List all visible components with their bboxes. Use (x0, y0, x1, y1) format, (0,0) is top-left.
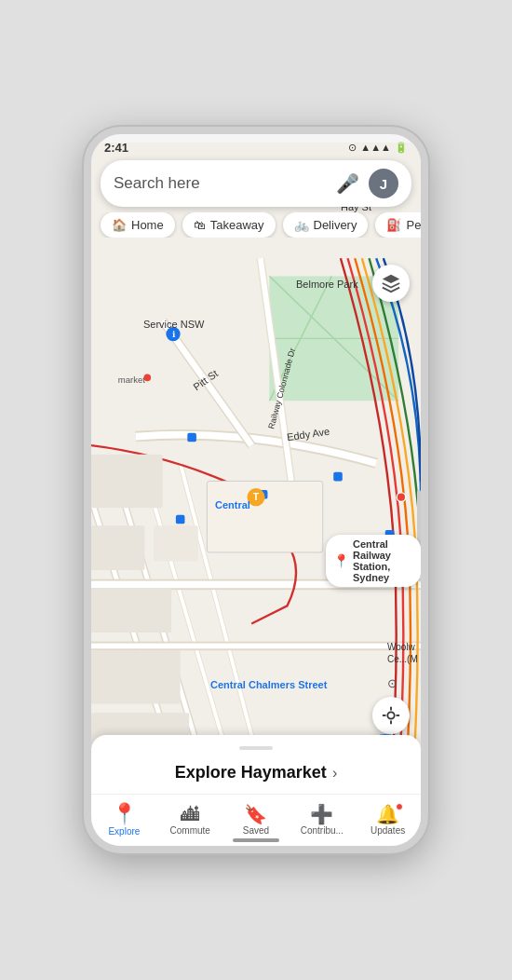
svg-rect-10 (91, 525, 144, 570)
explore-title: Explore Haymarket (175, 763, 327, 783)
svg-text:market: market (118, 374, 146, 385)
search-placeholder[interactable]: Search here (114, 174, 336, 193)
contribute-nav-label: Contribu... (301, 825, 344, 836)
user-avatar[interactable]: J (369, 169, 398, 198)
commute-nav-icon: 🏙 (181, 805, 199, 823)
side-scroll (417, 490, 421, 546)
status-time: 2:41 (104, 141, 128, 155)
takeaway-chip-icon: 🛍 (194, 218, 206, 232)
nav-item-explore[interactable]: 📍 Explore (91, 800, 157, 840)
svg-rect-11 (154, 525, 198, 561)
updates-badge (396, 803, 403, 810)
location-icon (381, 705, 401, 726)
map-label-woolw: Woolw (387, 642, 415, 652)
svg-rect-17 (187, 433, 196, 442)
chip-takeaway-label: Takeaway (210, 218, 264, 232)
microphone-icon[interactable]: 🎤 (336, 172, 359, 195)
map-label-central-m: Ce...(M (387, 654, 418, 664)
updates-nav-label: Updates (371, 825, 405, 836)
bottom-sheet[interactable]: Explore Haymarket › (91, 735, 421, 794)
svg-point-22 (397, 493, 406, 502)
svg-rect-9 (91, 455, 163, 508)
nav-item-updates[interactable]: 🔔 Updates (355, 801, 421, 839)
svg-rect-8 (91, 644, 421, 649)
svg-text:T: T (253, 491, 260, 502)
nav-item-contribute[interactable]: ➕ Contribu... (289, 801, 355, 839)
svg-rect-20 (176, 515, 185, 524)
filter-chips: 🏠 Home 🛍 Takeaway 🚲 Delivery ⛽ Pe (91, 212, 421, 238)
saved-nav-icon: 🔖 (244, 805, 267, 823)
explore-nav-label: Explore (108, 826, 140, 837)
phone-frame: 2:41 ⊙ ▲▲▲ 🔋 (84, 127, 428, 853)
status-bar: 2:41 ⊙ ▲▲▲ 🔋 (91, 134, 421, 160)
map-label-belmore-park: Belmore Park (296, 279, 358, 290)
chalmers-dot: ⊙ (387, 676, 397, 690)
sheet-handle (239, 746, 273, 750)
chip-takeaway[interactable]: 🛍 Takeaway (182, 212, 276, 238)
map-label-central: Central (215, 499, 250, 510)
map-label-chalmers: Central Chalmers Street (210, 679, 327, 690)
map-area[interactable]: T ℹ market Belmore Park Service NSW Pitt… (91, 134, 421, 846)
svg-rect-18 (333, 472, 343, 482)
explore-nav-icon: 📍 (112, 804, 137, 824)
signal-icon: ▲▲▲ (360, 142, 391, 153)
wifi-icon: 🔋 (395, 142, 408, 154)
chip-home[interactable]: 🏠 Home (101, 212, 175, 238)
updates-nav-icon: 🔔 (376, 805, 399, 823)
central-railway-pin[interactable]: 📍 Central Railway Station, Sydney (326, 535, 421, 587)
map-label-service-nsw: Service NSW (143, 319, 204, 330)
chip-delivery-label: Delivery (314, 218, 357, 232)
pin-icon: 📍 (333, 553, 349, 568)
layers-icon (381, 273, 401, 293)
home-chip-icon: 🏠 (112, 218, 127, 232)
svg-point-28 (143, 374, 151, 382)
chip-home-label: Home (131, 218, 164, 232)
delivery-chip-icon: 🚲 (294, 218, 309, 232)
chip-delivery[interactable]: 🚲 Delivery (283, 212, 369, 238)
my-location-button[interactable] (372, 697, 410, 734)
pin-label-line2: Station, Sydney (353, 561, 413, 583)
svg-rect-12 (91, 588, 171, 633)
nav-item-saved[interactable]: 🔖 Saved (223, 801, 290, 839)
chip-petrol[interactable]: ⛽ Pe (375, 212, 421, 238)
commute-nav-label: Commute (170, 825, 210, 836)
contribute-nav-icon: ➕ (310, 805, 333, 823)
saved-nav-label: Saved (243, 825, 269, 836)
search-bar[interactable]: Search here 🎤 J (101, 160, 411, 207)
svg-point-29 (387, 712, 394, 718)
petrol-chip-icon: ⛽ (386, 218, 401, 232)
circle-status-icon: ⊙ (348, 142, 357, 154)
pin-label-line1: Central Railway (353, 538, 413, 561)
svg-rect-13 (91, 650, 181, 703)
explore-row[interactable]: Explore Haymarket › (91, 759, 421, 786)
chip-petrol-label: Pe (406, 218, 421, 232)
nav-item-commute[interactable]: 🏙 Commute (157, 801, 223, 839)
home-indicator (233, 838, 279, 842)
map-layers-button[interactable] (372, 265, 410, 302)
explore-chevron-icon[interactable]: › (332, 765, 337, 782)
status-icons: ⊙ ▲▲▲ 🔋 (348, 142, 408, 154)
